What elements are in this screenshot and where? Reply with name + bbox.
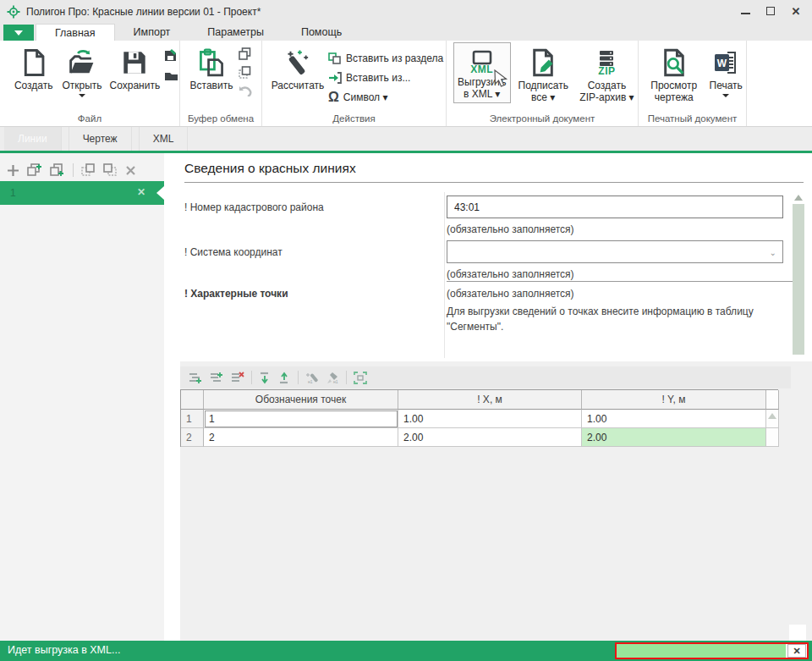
points-hint-line2: "Сегменты". <box>447 321 503 333</box>
designation-cell[interactable]: 1 <box>204 410 398 428</box>
coordinate-system-select[interactable]: ⌄ <box>447 240 783 263</box>
open-button[interactable]: Открыть <box>57 41 107 97</box>
tab-parametry[interactable]: Параметры <box>189 24 283 41</box>
tab-chertezh[interactable]: Чертеж <box>69 127 132 151</box>
tab-glavnaya[interactable]: Главная <box>36 24 115 41</box>
cancel-export-button[interactable]: ✕ <box>787 644 806 658</box>
ribbon-group-edoc: XML Выгрузить в XML ▾ Подписать все ▾ <box>447 41 639 126</box>
preview-magnifier-icon <box>661 46 688 80</box>
app-logo-icon <box>7 5 20 19</box>
paste-item-icon[interactable] <box>81 163 96 177</box>
tab-linii[interactable]: Линии <box>4 127 62 151</box>
insert-from-section-icon <box>328 52 342 64</box>
scroll-up-icon[interactable] <box>794 195 803 201</box>
tab-pomosch[interactable]: Помощь <box>283 24 360 41</box>
sidebar-item-selected[interactable]: 1 ✕ <box>0 181 164 205</box>
autonumber-brush-icon[interactable]: н1 <box>326 372 339 384</box>
expand-table-icon[interactable] <box>354 372 367 384</box>
header-rownum <box>181 390 204 410</box>
coordinate-system-label: ! Система координат <box>184 246 283 258</box>
insert-from-icon <box>328 72 342 84</box>
y-cell-highlighted[interactable]: 2.00 <box>582 428 766 447</box>
undo-button[interactable] <box>236 83 253 98</box>
form-column-divider <box>444 192 445 358</box>
row-delete-icon[interactable] <box>230 372 244 384</box>
maximize-button[interactable] <box>758 2 783 20</box>
insert-from-section-button[interactable]: Вставить из раздела <box>328 49 443 68</box>
scrollbar-thumb[interactable] <box>793 204 804 355</box>
print-button[interactable]: W Печать <box>705 41 746 103</box>
menu-tabs: Главная Импорт Параметры Помощь <box>36 24 360 41</box>
header-y: ! Y, м <box>582 390 766 410</box>
ribbon-group-printdoc: Просмотр чертежа W Печать <box>639 41 747 126</box>
rownum-cell[interactable]: 2 <box>181 428 204 447</box>
field-divider <box>447 281 795 282</box>
insert-from-button[interactable]: Вставить из... <box>328 69 443 87</box>
duplicate-add-below-icon[interactable] <box>50 163 65 177</box>
table-scrollbar[interactable] <box>766 428 779 447</box>
duplicate-add-icon[interactable] <box>27 163 42 177</box>
close-button[interactable]: ✕ <box>783 2 809 20</box>
toolbar-separator <box>73 163 74 177</box>
rownum-cell[interactable]: 1 <box>181 410 204 428</box>
row-move-up-icon[interactable] <box>278 372 291 384</box>
sign-pen-icon <box>529 46 557 80</box>
cadastral-district-input[interactable] <box>447 196 783 218</box>
sidebar-item-close-icon[interactable]: ✕ <box>137 186 145 198</box>
paste-special-button[interactable] <box>236 64 253 80</box>
window-controls: ✕ <box>732 2 809 20</box>
copy-button[interactable] <box>236 46 253 61</box>
delete-item-icon[interactable] <box>125 165 136 176</box>
open-folder-icon <box>68 46 96 80</box>
chevron-down-icon <box>722 94 729 97</box>
required-note: (обязательно заполняется) <box>447 223 574 235</box>
paste-button[interactable]: Вставить <box>187 41 236 98</box>
tab-import[interactable]: Импорт <box>115 24 189 41</box>
designation-cell[interactable]: 2 <box>204 428 398 447</box>
x-cell[interactable]: 1.00 <box>398 410 582 428</box>
row-add-icon[interactable] <box>188 372 202 384</box>
app-window: Полигон Про: Красные линии версии 01 - П… <box>0 0 812 661</box>
y-cell[interactable]: 1.00 <box>582 410 766 428</box>
sidebar-toolbar <box>0 153 164 180</box>
row-insert-icon[interactable] <box>209 372 223 384</box>
word-document-icon: W <box>713 46 738 80</box>
table-toolbar: н1 н1 <box>180 366 791 388</box>
save-as-button[interactable] <box>162 47 179 63</box>
x-cell[interactable]: 2.00 <box>398 428 582 447</box>
form-scrollbar[interactable] <box>792 193 805 359</box>
paste-item-alt-icon[interactable] <box>103 163 118 177</box>
preview-drawing-button[interactable]: Просмотр чертежа <box>645 41 702 103</box>
chevron-down-icon <box>14 30 23 36</box>
scroll-corner <box>789 625 806 641</box>
tab-xml[interactable]: XML <box>139 127 189 151</box>
row-move-down-icon[interactable] <box>259 372 272 384</box>
paste-clipboard-icon <box>198 46 225 80</box>
chevron-down-icon: ⌄ <box>770 248 776 257</box>
folder-icon <box>164 70 178 81</box>
calculate-button[interactable]: Рассчитать <box>267 41 328 107</box>
sidebar-main-divider <box>164 153 180 641</box>
scroll-up-icon[interactable] <box>768 413 776 419</box>
progress-fill <box>617 644 786 658</box>
ribbon: Создать Открыть <box>0 41 812 127</box>
save-copy-button[interactable] <box>162 68 179 83</box>
sign-all-button[interactable]: Подписать все ▾ <box>516 41 571 103</box>
autonumber-wand-icon[interactable]: н1 <box>305 372 319 384</box>
app-menu-button[interactable] <box>3 25 34 41</box>
toolbar-separator <box>346 371 347 384</box>
add-item-icon[interactable] <box>7 164 19 177</box>
ribbon-group-file: Создать Открыть <box>0 41 180 126</box>
svg-text:н1: н1 <box>333 379 338 384</box>
header-x: ! X, м <box>398 390 582 410</box>
doc-tab-strip: Линии Чертеж XML <box>0 127 812 153</box>
header-designation: Обозначения точек <box>204 390 398 410</box>
minimize-button[interactable] <box>732 2 758 20</box>
save-button[interactable]: Сохранить <box>107 41 162 97</box>
content-area: 1 ✕ Сведения о красных линиях ! Номер ка… <box>0 153 812 641</box>
symbol-button[interactable]: Ω Символ ▾ <box>328 88 443 107</box>
create-button[interactable]: Создать <box>10 41 57 97</box>
group-label-edoc: Электронный документ <box>447 113 638 124</box>
create-zip-button[interactable]: ZIP Создать ZIP-архив ▾ <box>576 41 638 103</box>
table-scrollbar[interactable] <box>766 410 779 428</box>
